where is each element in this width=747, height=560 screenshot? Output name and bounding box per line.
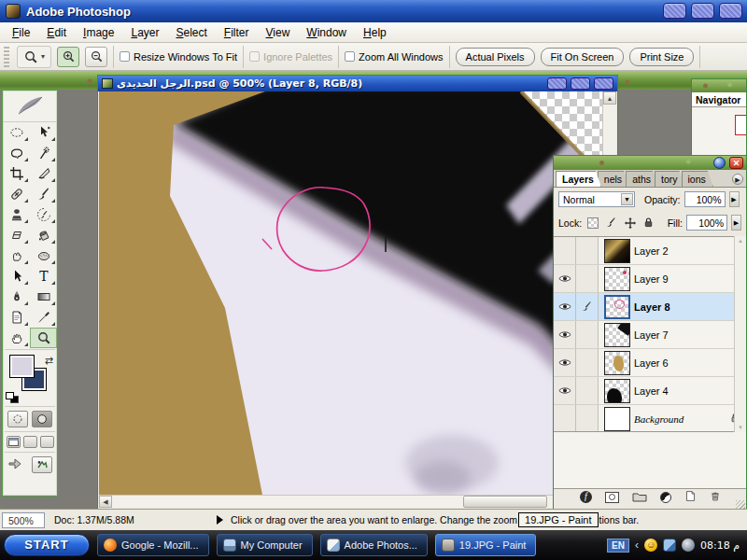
tab-channels[interactable]: nels xyxy=(598,171,629,187)
healing-brush-tool-icon[interactable] xyxy=(3,184,30,204)
opacity-field[interactable]: 100% xyxy=(684,191,726,207)
palette-globe-icon[interactable] xyxy=(713,157,726,169)
fullscreen-button[interactable] xyxy=(40,436,54,448)
fill-slider-icon[interactable]: ▶ xyxy=(731,215,741,231)
painting-indicator-icon[interactable] xyxy=(576,293,599,320)
zoom-tool-icon-selected[interactable] xyxy=(30,328,57,348)
menu-image[interactable]: Image xyxy=(75,23,122,42)
layer-thumbnail[interactable] xyxy=(604,323,630,347)
layer-name[interactable]: Layer 7 xyxy=(634,321,746,348)
layer-row[interactable]: Layer 9 xyxy=(554,265,746,293)
move-tool-icon[interactable] xyxy=(30,122,57,143)
menu-help[interactable]: Help xyxy=(355,23,395,42)
fill-field[interactable]: 100% xyxy=(686,215,727,231)
layer-name[interactable]: Layer 8 xyxy=(634,293,746,320)
lasso-tool-icon[interactable] xyxy=(3,143,30,163)
print-size-button[interactable]: Print Size xyxy=(629,48,694,66)
layer-thumbnail[interactable] xyxy=(604,295,630,319)
scroll-up-icon[interactable]: ▲ xyxy=(738,238,743,244)
options-grip[interactable] xyxy=(4,47,9,67)
actual-pixels-button[interactable]: Actual Pixels xyxy=(456,48,535,66)
adjustment-layer-icon[interactable] xyxy=(660,492,671,503)
layer-style-icon[interactable]: f xyxy=(580,491,592,503)
type-tool-icon[interactable]: T xyxy=(30,266,57,287)
document-titlebar[interactable]: الرجل الحديدى.psd @ 500% (Layer 8, RGB/8… xyxy=(98,76,617,91)
doc-minimize-button[interactable] xyxy=(547,77,567,90)
eyedropper-tool-icon[interactable] xyxy=(30,307,57,328)
lock-all-icon[interactable] xyxy=(641,216,655,230)
navigator-proxy-view[interactable] xyxy=(735,115,747,135)
taskbar-item-my-computer[interactable]: My Computer xyxy=(217,534,313,556)
standard-mode-button[interactable] xyxy=(7,411,28,427)
shape-tool-icon[interactable] xyxy=(30,287,57,307)
palette-close-icon[interactable]: ✕ xyxy=(729,157,743,169)
visibility-cell[interactable] xyxy=(554,265,576,292)
lock-position-icon[interactable] xyxy=(623,216,637,230)
close-button[interactable] xyxy=(719,3,742,19)
maximize-button[interactable] xyxy=(691,3,714,19)
layer-row-selected[interactable]: Layer 8 xyxy=(554,293,746,321)
visibility-cell[interactable] xyxy=(554,349,576,376)
navigator-tab[interactable]: Navigator xyxy=(692,92,746,107)
layer-row[interactable]: Layer 4 xyxy=(554,377,746,405)
zoom-all-windows-checkbox[interactable]: Zoom All Windows xyxy=(345,51,443,63)
layer-name[interactable]: Layer 2 xyxy=(634,237,746,264)
imageready-icon[interactable] xyxy=(32,456,52,473)
link-cell[interactable] xyxy=(576,321,599,348)
pen-tool-icon[interactable] xyxy=(3,287,30,307)
layer-name[interactable]: Layer 4 xyxy=(634,377,746,404)
menu-view[interactable]: View xyxy=(258,23,299,42)
menu-edit[interactable]: Edit xyxy=(38,23,75,42)
visibility-cell[interactable] xyxy=(554,293,576,320)
menu-layer[interactable]: Layer xyxy=(122,23,167,42)
scroll-left-icon[interactable]: ◀ xyxy=(99,496,112,508)
layers-scrollbar[interactable]: ▲ ▼ xyxy=(734,236,746,432)
doc-close-button[interactable] xyxy=(594,77,613,90)
menu-select[interactable]: Select xyxy=(167,23,215,42)
eraser-tool-icon[interactable] xyxy=(3,225,30,245)
tab-paths[interactable]: aths xyxy=(626,171,658,187)
language-indicator[interactable]: EN xyxy=(607,539,629,553)
visibility-cell[interactable] xyxy=(554,321,576,348)
start-button[interactable]: START xyxy=(4,534,90,556)
layer-thumbnail[interactable] xyxy=(604,351,630,375)
current-tool-chip[interactable]: ▾ xyxy=(17,46,51,68)
minimize-button[interactable] xyxy=(663,3,686,19)
link-cell[interactable] xyxy=(576,405,599,432)
smudge-tool-icon[interactable] xyxy=(3,245,30,266)
brush-tool-icon[interactable] xyxy=(30,184,57,204)
slice-tool-icon[interactable] xyxy=(30,163,57,184)
paint-bucket-tool-icon[interactable] xyxy=(30,225,57,245)
messenger-smiley-icon[interactable]: ☺ xyxy=(644,539,657,552)
scroll-up-icon[interactable]: ▲ xyxy=(603,91,616,105)
menu-filter[interactable]: Filter xyxy=(216,23,258,42)
layers-palette-titlebar[interactable]: ✕ xyxy=(554,156,746,170)
visibility-cell[interactable] xyxy=(554,405,576,432)
layer-name[interactable]: Layer 6 xyxy=(634,349,746,376)
jump-to-imageready-icon[interactable] xyxy=(7,456,28,473)
horizontal-scroll-thumb[interactable] xyxy=(463,496,547,508)
zoom-in-button[interactable] xyxy=(57,47,79,67)
lock-transparency-icon[interactable] xyxy=(585,216,599,230)
sponge-tool-icon[interactable] xyxy=(30,245,57,266)
standard-screen-mode-button[interactable] xyxy=(7,436,21,448)
hand-tool-icon[interactable] xyxy=(3,328,30,348)
resize-windows-checkbox[interactable]: Resize Windows To Fit xyxy=(120,51,237,63)
layer-name[interactable]: Background xyxy=(634,405,729,432)
menu-file[interactable]: File xyxy=(4,23,38,42)
blend-mode-dropdown[interactable]: Normal ▼ xyxy=(558,191,635,207)
add-mask-icon[interactable] xyxy=(605,492,619,503)
network-icon[interactable] xyxy=(663,539,676,552)
magic-wand-tool-icon[interactable] xyxy=(30,143,57,163)
notes-tool-icon[interactable] xyxy=(3,307,30,328)
crop-tool-icon[interactable] xyxy=(3,163,30,184)
link-cell[interactable] xyxy=(576,237,599,264)
layer-thumbnail[interactable] xyxy=(604,407,630,431)
palette-menu-icon[interactable]: ▶ xyxy=(732,174,743,185)
layer-row[interactable]: Background xyxy=(554,405,746,432)
default-colors-icon[interactable] xyxy=(6,392,19,403)
fullscreen-with-menu-button[interactable] xyxy=(23,436,37,448)
link-cell[interactable] xyxy=(576,265,599,292)
marquee-tool-icon[interactable] xyxy=(3,122,30,143)
path-selection-tool-icon[interactable] xyxy=(3,266,30,287)
